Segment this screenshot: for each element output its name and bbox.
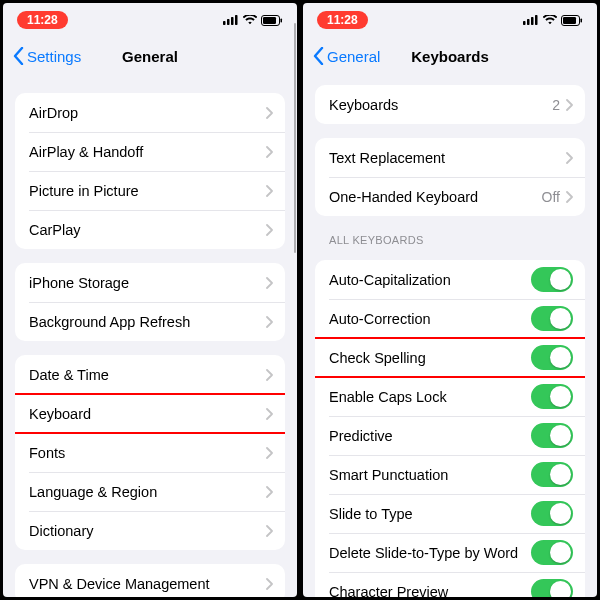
- toggle-switch[interactable]: [531, 423, 573, 448]
- row-keyboards[interactable]: Keyboards2: [315, 85, 585, 124]
- chevron-right-icon: [266, 107, 273, 119]
- chevron-right-icon: [266, 486, 273, 498]
- row-predictive[interactable]: Predictive: [315, 416, 585, 455]
- row-label: Fonts: [29, 445, 266, 461]
- svg-rect-3: [235, 15, 238, 25]
- row-detail: Off: [542, 189, 560, 205]
- row-fonts[interactable]: Fonts: [15, 433, 285, 472]
- toggle-switch[interactable]: [531, 306, 573, 331]
- chevron-right-icon: [566, 99, 573, 111]
- row-iphone-storage[interactable]: iPhone Storage: [15, 263, 285, 302]
- row-label: AirDrop: [29, 105, 266, 121]
- scrollbar[interactable]: [294, 75, 297, 253]
- row-label: Delete Slide-to-Type by Word: [329, 545, 531, 561]
- svg-rect-7: [523, 21, 526, 25]
- settings-group: VPN & Device Management: [15, 564, 285, 597]
- row-detail: 2: [552, 97, 560, 113]
- chevron-right-icon: [566, 191, 573, 203]
- status-bar: 11:28: [3, 3, 297, 37]
- row-label: Dictionary: [29, 523, 266, 539]
- settings-group: Keyboards2: [315, 85, 585, 124]
- row-language-region[interactable]: Language & Region: [15, 472, 285, 511]
- nav-bar: General Keyboards: [303, 37, 597, 75]
- chevron-right-icon: [266, 316, 273, 328]
- settings-group: Auto-CapitalizationAuto-CorrectionCheck …: [315, 260, 585, 597]
- row-enable-caps-lock[interactable]: Enable Caps Lock: [315, 377, 585, 416]
- settings-group: iPhone StorageBackground App Refresh: [15, 263, 285, 341]
- row-carplay[interactable]: CarPlay: [15, 210, 285, 249]
- chevron-right-icon: [266, 146, 273, 158]
- settings-group: AirDropAirPlay & HandoffPicture in Pictu…: [15, 93, 285, 249]
- chevron-right-icon: [266, 277, 273, 289]
- toggle-switch[interactable]: [531, 267, 573, 292]
- chevron-right-icon: [566, 152, 573, 164]
- row-vpn-device-management[interactable]: VPN & Device Management: [15, 564, 285, 597]
- row-dictionary[interactable]: Dictionary: [15, 511, 285, 550]
- row-label: One-Handed Keyboard: [329, 189, 542, 205]
- chevron-right-icon: [266, 224, 273, 236]
- back-button[interactable]: General: [313, 47, 380, 65]
- settings-body-left: AirDropAirPlay & HandoffPicture in Pictu…: [3, 75, 297, 597]
- svg-rect-12: [563, 17, 576, 24]
- status-time: 11:28: [317, 11, 368, 29]
- row-label: Enable Caps Lock: [329, 389, 531, 405]
- row-delete-slide-to-type-by-word[interactable]: Delete Slide-to-Type by Word: [315, 533, 585, 572]
- row-auto-capitalization[interactable]: Auto-Capitalization: [315, 260, 585, 299]
- row-background-app-refresh[interactable]: Background App Refresh: [15, 302, 285, 341]
- chevron-right-icon: [266, 185, 273, 197]
- phone-keyboards: 11:28 General Keyboards Keyboards2Text R…: [303, 3, 597, 597]
- toggle-switch[interactable]: [531, 501, 573, 526]
- toggle-switch[interactable]: [531, 345, 573, 370]
- row-airplay-handoff[interactable]: AirPlay & Handoff: [15, 132, 285, 171]
- row-label: Slide to Type: [329, 506, 531, 522]
- row-label: AirPlay & Handoff: [29, 144, 266, 160]
- svg-rect-1: [227, 19, 230, 25]
- row-auto-correction[interactable]: Auto-Correction: [315, 299, 585, 338]
- row-smart-punctuation[interactable]: Smart Punctuation: [315, 455, 585, 494]
- section-header: ALL KEYBOARDS: [329, 234, 581, 246]
- row-slide-to-type[interactable]: Slide to Type: [315, 494, 585, 533]
- row-label: Picture in Picture: [29, 183, 266, 199]
- row-keyboard[interactable]: Keyboard: [15, 394, 285, 433]
- row-one-handed-keyboard[interactable]: One-Handed KeyboardOff: [315, 177, 585, 216]
- settings-group: Date & TimeKeyboardFontsLanguage & Regio…: [15, 355, 285, 550]
- toggle-switch[interactable]: [531, 540, 573, 565]
- row-label: Check Spelling: [329, 350, 531, 366]
- svg-rect-8: [527, 19, 530, 25]
- back-label: General: [327, 48, 380, 65]
- row-label: CarPlay: [29, 222, 266, 238]
- phone-general: 11:28 Settings General AirDropAirPlay & …: [3, 3, 297, 597]
- settings-group: Text ReplacementOne-Handed KeyboardOff: [315, 138, 585, 216]
- chevron-left-icon: [313, 47, 324, 65]
- row-picture-in-picture[interactable]: Picture in Picture: [15, 171, 285, 210]
- row-label: Keyboard: [29, 406, 266, 422]
- status-indicators: [223, 15, 283, 26]
- row-label: Character Preview: [329, 584, 531, 598]
- back-label: Settings: [27, 48, 81, 65]
- chevron-right-icon: [266, 447, 273, 459]
- row-label: Auto-Correction: [329, 311, 531, 327]
- chevron-right-icon: [266, 369, 273, 381]
- svg-rect-5: [263, 17, 276, 24]
- toggle-switch[interactable]: [531, 384, 573, 409]
- status-time: 11:28: [17, 11, 68, 29]
- row-label: Background App Refresh: [29, 314, 266, 330]
- chevron-right-icon: [266, 525, 273, 537]
- row-label: Smart Punctuation: [329, 467, 531, 483]
- svg-rect-2: [231, 17, 234, 25]
- row-date-time[interactable]: Date & Time: [15, 355, 285, 394]
- chevron-right-icon: [266, 578, 273, 590]
- toggle-switch[interactable]: [531, 579, 573, 597]
- row-character-preview[interactable]: Character Preview: [315, 572, 585, 597]
- svg-rect-13: [581, 18, 583, 22]
- row-airdrop[interactable]: AirDrop: [15, 93, 285, 132]
- row-label: iPhone Storage: [29, 275, 266, 291]
- row-label: Date & Time: [29, 367, 266, 383]
- back-button[interactable]: Settings: [13, 47, 81, 65]
- row-label: VPN & Device Management: [29, 576, 266, 592]
- settings-body-right: Keyboards2Text ReplacementOne-Handed Key…: [303, 75, 597, 597]
- toggle-switch[interactable]: [531, 462, 573, 487]
- svg-rect-0: [223, 21, 226, 25]
- row-text-replacement[interactable]: Text Replacement: [315, 138, 585, 177]
- row-check-spelling[interactable]: Check Spelling: [315, 338, 585, 377]
